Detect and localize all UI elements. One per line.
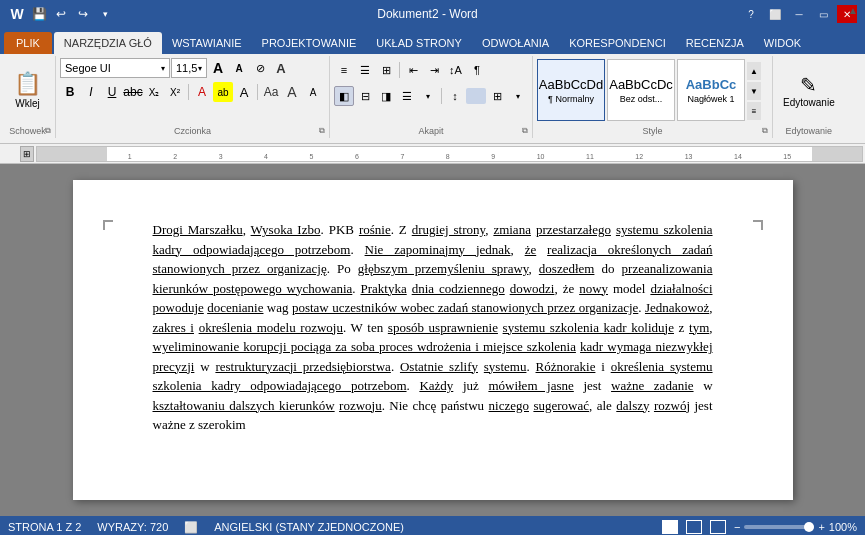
view-layout-btn[interactable] — [686, 520, 702, 534]
ribbon-collapse-btn[interactable]: ▲ — [845, 2, 861, 18]
clear-format-btn[interactable]: ⊘ — [250, 58, 270, 78]
style-no-spacing[interactable]: AaBbCcDc Bez odst... — [607, 59, 675, 121]
align-center-btn[interactable]: ⊟ — [355, 86, 375, 106]
tab-widok[interactable]: WIDOK — [754, 32, 811, 54]
tab-projektowanie[interactable]: PROJEKTOWANIE — [252, 32, 367, 54]
show-marks-btn[interactable]: ¶ — [467, 60, 487, 80]
window-controls: ? ⬜ ─ ▭ ✕ — [741, 5, 857, 23]
font-size-dropdown-icon: ▾ — [198, 64, 202, 73]
zoom-in-btn[interactable]: + — [818, 521, 824, 533]
tab-korespondencja[interactable]: KORESPONDENCI — [559, 32, 676, 54]
document-content[interactable]: Drogi Marszałku, Wysoka Izbo. PKB rośnie… — [153, 220, 713, 435]
font-color-btn[interactable]: A — [234, 82, 254, 102]
horizontal-ruler: 123456789101112131415 — [36, 146, 863, 162]
zoom-controls: − + 100% — [734, 521, 857, 533]
style-no-spacing-preview: AaBbCcDc — [609, 77, 673, 92]
language-name[interactable]: ANGIELSKI (STANY ZJEDNOCZONE) — [214, 521, 404, 534]
page-corner-tr — [753, 220, 763, 230]
paste-icon: 📋 — [14, 71, 41, 97]
style-heading1[interactable]: AaBbCc Nagłówek 1 — [677, 59, 745, 121]
schowek-expander[interactable]: ⧉ — [43, 126, 53, 136]
style-expander[interactable]: ⧉ — [760, 126, 770, 136]
italic-button[interactable]: I — [81, 82, 101, 102]
underline-button[interactable]: U — [102, 82, 122, 102]
zoom-slider[interactable] — [744, 525, 814, 529]
gallery-more-btn[interactable]: ≡ — [747, 102, 761, 120]
multilevel-list-btn[interactable]: ⊞ — [376, 60, 396, 80]
maximize-button[interactable]: ▭ — [813, 5, 833, 23]
zoom-level: 100% — [829, 521, 857, 533]
shade-btn[interactable] — [466, 88, 486, 104]
bullet-list-btn[interactable]: ≡ — [334, 60, 354, 80]
help-button[interactable]: ? — [741, 5, 761, 23]
view-normal-btn[interactable] — [662, 520, 678, 534]
decrease-font2-btn[interactable]: A — [303, 82, 323, 102]
view-read-btn[interactable] — [710, 520, 726, 534]
align-options-btn[interactable]: ▾ — [418, 86, 438, 106]
gallery-up-btn[interactable]: ▲ — [747, 62, 761, 80]
increase-font-btn[interactable]: A — [208, 58, 228, 78]
save-quick-btn[interactable]: 💾 — [30, 5, 48, 23]
border-options-btn[interactable]: ▾ — [508, 86, 528, 106]
font-name-selector[interactable]: Segoe UI ▾ — [60, 58, 170, 78]
numbered-list-btn[interactable]: ☰ — [355, 60, 375, 80]
tab-narzedzia[interactable]: NARZĘDZIA GŁÓ — [54, 32, 162, 54]
ribbon-display-btn[interactable]: ⬜ — [765, 5, 785, 23]
decrease-indent-btn[interactable]: ⇤ — [403, 60, 423, 80]
tab-plik[interactable]: PLIK — [4, 32, 52, 54]
title-bar-left: W 💾 ↩ ↪ ▾ — [8, 5, 114, 23]
tab-wstawianie[interactable]: WSTAWIANIE — [162, 32, 252, 54]
page-indicator[interactable]: STRONA 1 Z 2 — [8, 521, 81, 534]
paste-button[interactable]: 📋 Wklej — [4, 58, 51, 122]
group-akapit: ≡ ☰ ⊞ ⇤ ⇥ ↕A ¶ ◧ ⊟ ◨ ☰ ▾ ↕ ⊞ ▾ Akapit ⧉ — [330, 56, 533, 138]
text-effects-btn[interactable]: A — [271, 58, 291, 78]
gallery-scroll: ▲ ▼ ≡ — [747, 62, 761, 120]
undo-quick-btn[interactable]: ↩ — [52, 5, 70, 23]
group-style: AaBbCcDd ¶ Normalny AaBbCcDc Bez odst...… — [533, 56, 773, 138]
ribbon-tab-bar: PLIK NARZĘDZIA GŁÓ WSTAWIANIE PROJEKTOWA… — [0, 28, 865, 54]
font-size-value: 11,5 — [176, 62, 197, 74]
word-count[interactable]: WYRAZY: 720 — [97, 521, 168, 534]
bold-button[interactable]: B — [60, 82, 80, 102]
language-indicator: ⬜ — [184, 521, 198, 534]
tab-uklad[interactable]: UKŁAD STRONY — [366, 32, 472, 54]
edytowanie-button[interactable]: ✎ Edytowanie — [777, 58, 841, 122]
text-color-btn[interactable]: A — [192, 82, 212, 102]
justify-btn[interactable]: ☰ — [397, 86, 417, 106]
czcionka-label: Czcionka — [56, 126, 329, 136]
increase-indent-btn[interactable]: ⇥ — [424, 60, 444, 80]
status-bar: STRONA 1 Z 2 WYRAZY: 720 ⬜ ANGIELSKI (ST… — [0, 516, 865, 535]
superscript-button[interactable]: X² — [165, 82, 185, 102]
redo-quick-btn[interactable]: ↪ — [74, 5, 92, 23]
ruler-toggle-btn[interactable]: ⊞ — [20, 146, 34, 162]
zoom-out-btn[interactable]: − — [734, 521, 740, 533]
subscript-button[interactable]: X₂ — [144, 82, 164, 102]
tab-odwolania[interactable]: ODWOŁANIA — [472, 32, 559, 54]
change-case-btn[interactable]: A — [282, 82, 302, 102]
minimize-button[interactable]: ─ — [789, 5, 809, 23]
strikethrough-button[interactable]: abc — [123, 82, 143, 102]
akapit-expander[interactable]: ⧉ — [520, 126, 530, 136]
ruler-area: ⊞ 123456789101112131415 — [0, 144, 865, 164]
decrease-font-btn[interactable]: A — [229, 58, 249, 78]
font-color2-btn[interactable]: Aa — [261, 82, 281, 102]
align-left-btn[interactable]: ◧ — [334, 86, 354, 106]
edit-label: Edytowanie — [783, 97, 835, 108]
style-normal-label: ¶ Normalny — [548, 94, 594, 104]
tab-recenzja[interactable]: RECENZJA — [676, 32, 754, 54]
paste-label: Wklej — [15, 98, 39, 109]
align-right-btn[interactable]: ◨ — [376, 86, 396, 106]
quick-access-toolbar: 💾 ↩ ↪ ▾ — [30, 5, 114, 23]
style-no-spacing-label: Bez odst... — [620, 94, 663, 104]
akapit-label: Akapit — [330, 126, 532, 136]
highlight-btn[interactable]: ab — [213, 82, 233, 102]
customize-quick-btn[interactable]: ▾ — [96, 5, 114, 23]
czcionka-expander[interactable]: ⧉ — [317, 126, 327, 136]
document-page[interactable]: Drogi Marszałku, Wysoka Izbo. PKB rośnie… — [73, 180, 793, 500]
sort-btn[interactable]: ↕A — [445, 60, 466, 80]
border-btn[interactable]: ⊞ — [487, 86, 507, 106]
gallery-down-btn[interactable]: ▼ — [747, 82, 761, 100]
font-size-selector[interactable]: 11,5 ▾ — [171, 58, 207, 78]
line-spacing-btn[interactable]: ↕ — [445, 86, 465, 106]
style-normal[interactable]: AaBbCcDd ¶ Normalny — [537, 59, 605, 121]
